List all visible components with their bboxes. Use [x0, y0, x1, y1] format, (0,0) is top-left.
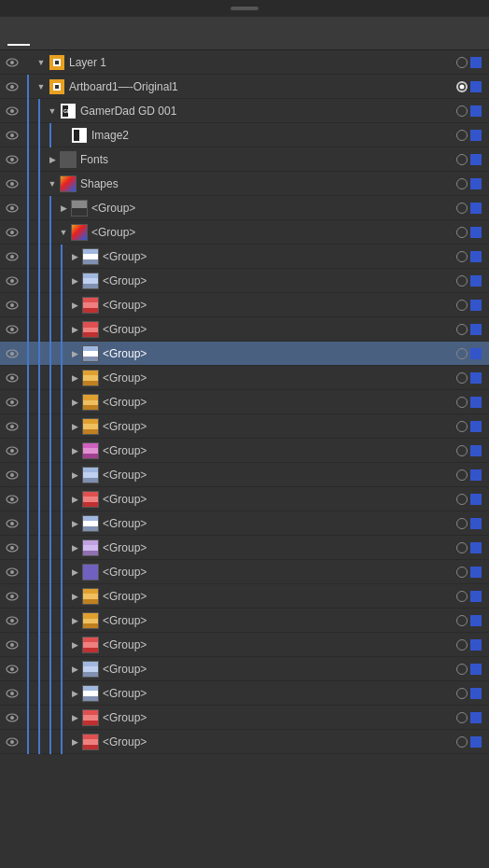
target-circle-group2[interactable] [456, 227, 468, 238]
chevron-right-icon[interactable] [67, 395, 82, 410]
chevron-down-icon[interactable] [45, 104, 60, 119]
layer-row-group3[interactable]: <Group> [0, 245, 489, 269]
chevron-down-icon[interactable] [56, 225, 71, 240]
target-circle-artboard1[interactable] [456, 81, 468, 92]
target-circle-shapes[interactable] [456, 178, 468, 189]
layer-row-group20[interactable]: <Group> [0, 657, 489, 681]
color-square-group1[interactable] [470, 203, 482, 214]
eye-icon-group6[interactable] [2, 325, 22, 334]
layer-row-group15[interactable]: <Group> [0, 536, 489, 560]
eye-icon-group3[interactable] [2, 252, 22, 261]
layer-row-group11[interactable]: <Group> [0, 439, 489, 463]
eye-icon-shapes[interactable] [2, 179, 22, 189]
layer-row-group17[interactable]: <Group> [0, 584, 489, 609]
color-square-group6[interactable] [470, 324, 482, 335]
color-square-gamerdad[interactable] [470, 105, 482, 117]
chevron-right-icon[interactable] [67, 249, 82, 264]
tab-libraries[interactable] [30, 28, 52, 39]
chevron-down-icon[interactable] [45, 176, 60, 191]
layer-row-group2[interactable]: <Group> [0, 220, 489, 245]
target-circle-group14[interactable] [456, 518, 468, 529]
target-circle-group15[interactable] [456, 542, 468, 553]
chevron-right-icon[interactable] [67, 710, 82, 725]
layer-row-gamerdad[interactable]: GD GamerDad GD 001 [0, 99, 489, 123]
target-circle-group5[interactable] [456, 300, 468, 311]
layer-row-group18[interactable]: <Group> [0, 609, 489, 633]
layer-row-layer1[interactable]: Layer 1 [0, 50, 489, 75]
color-square-group3[interactable] [470, 251, 482, 262]
target-circle-group1[interactable] [456, 203, 468, 214]
layer-row-shapes[interactable]: Shapes [0, 172, 489, 196]
panel-menu-icon[interactable] [474, 30, 482, 37]
color-square-group10[interactable] [470, 421, 482, 432]
target-circle-group7[interactable] [456, 348, 468, 359]
layer-row-group12[interactable]: <Group> [0, 463, 489, 487]
eye-icon-group4[interactable] [2, 276, 22, 286]
layer-row-group16[interactable]: <Group> [0, 560, 489, 584]
eye-icon-group12[interactable] [2, 470, 22, 480]
chevron-right-icon[interactable] [67, 468, 82, 483]
eye-icon-image2[interactable] [2, 131, 22, 140]
chevron-right-icon[interactable] [67, 492, 82, 507]
layer-row-group6[interactable]: <Group> [0, 317, 489, 342]
color-square-group22[interactable] [470, 712, 482, 723]
eye-icon-group23[interactable] [2, 737, 22, 747]
chevron-right-icon[interactable] [56, 201, 71, 216]
target-circle-group11[interactable] [456, 445, 468, 456]
chevron-right-icon[interactable] [67, 662, 82, 677]
target-circle-group13[interactable] [456, 494, 468, 505]
layer-row-group21[interactable]: <Group> [0, 681, 489, 706]
chevron-down-icon[interactable] [34, 79, 49, 94]
chevron-right-icon[interactable] [67, 443, 82, 458]
color-square-artboard1[interactable] [470, 81, 482, 92]
color-square-group14[interactable] [470, 518, 482, 529]
chevron-right-icon[interactable] [67, 735, 82, 749]
layer-row-group23[interactable]: <Group> [0, 730, 489, 754]
target-circle-group16[interactable] [456, 567, 468, 578]
eye-icon-group13[interactable] [2, 495, 22, 504]
target-circle-group10[interactable] [456, 421, 468, 432]
layer-row-group19[interactable]: <Group> [0, 633, 489, 657]
layer-row-group1[interactable]: <Group> [0, 196, 489, 220]
layer-row-fonts[interactable]: Fonts [0, 147, 489, 172]
chevron-right-icon[interactable] [67, 613, 82, 628]
target-circle-image2[interactable] [456, 130, 468, 141]
color-square-group19[interactable] [470, 639, 482, 651]
chevron-right-icon[interactable] [67, 419, 82, 434]
target-circle-group19[interactable] [456, 639, 468, 651]
chevron-right-icon[interactable] [67, 565, 82, 580]
color-square-group9[interactable] [470, 397, 482, 408]
color-square-group12[interactable] [470, 469, 482, 481]
eye-icon-group17[interactable] [2, 592, 22, 601]
color-square-shapes[interactable] [470, 178, 482, 189]
eye-icon-group16[interactable] [2, 567, 22, 577]
layer-row-group5[interactable]: <Group> [0, 293, 489, 317]
target-circle-group8[interactable] [456, 372, 468, 384]
layer-row-group10[interactable]: <Group> [0, 414, 489, 439]
eye-icon-fonts[interactable] [2, 155, 22, 164]
tab-layers[interactable] [7, 28, 30, 39]
chevron-right-icon[interactable] [67, 273, 82, 288]
layer-row-group14[interactable]: <Group> [0, 511, 489, 536]
layer-row-group13[interactable]: <Group> [0, 487, 489, 511]
target-circle-fonts[interactable] [456, 154, 468, 165]
eye-icon-group2[interactable] [2, 228, 22, 237]
target-circle-group9[interactable] [456, 397, 468, 408]
layer-row-group4[interactable]: <Group> [0, 269, 489, 293]
target-circle-group21[interactable] [456, 688, 468, 699]
target-circle-group12[interactable] [456, 469, 468, 481]
layer-row-group22[interactable]: <Group> [0, 706, 489, 730]
chevron-right-icon[interactable] [67, 540, 82, 555]
eye-icon-group20[interactable] [2, 665, 22, 674]
eye-icon-group9[interactable] [2, 398, 22, 407]
chevron-right-icon[interactable] [45, 152, 60, 167]
color-square-group11[interactable] [470, 445, 482, 456]
eye-icon-layer1[interactable] [2, 58, 22, 67]
target-circle-group3[interactable] [456, 251, 468, 262]
chevron-right-icon[interactable] [67, 589, 82, 604]
eye-icon-group7[interactable] [2, 349, 22, 358]
color-square-image2[interactable] [470, 130, 482, 141]
target-circle-group20[interactable] [456, 664, 468, 675]
color-square-group5[interactable] [470, 300, 482, 311]
color-square-layer1[interactable] [470, 57, 482, 68]
